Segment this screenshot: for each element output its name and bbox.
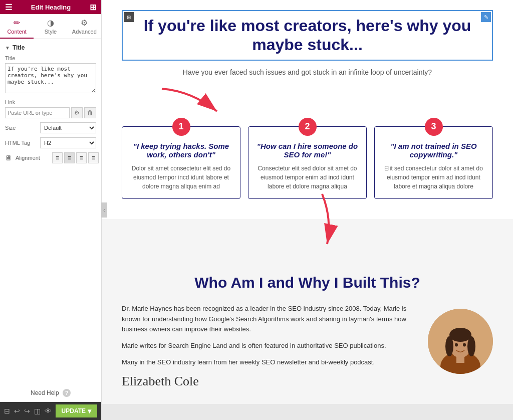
plus-icon: ▾: [88, 407, 91, 415]
link-input[interactable]: [5, 107, 70, 118]
grid-icon[interactable]: ⊞: [90, 3, 96, 12]
layers-icon[interactable]: ⊟: [4, 407, 10, 415]
heading-box: ⊞ ✎ If you're like most creators, here's…: [122, 10, 493, 61]
arrow-area-top: [122, 86, 493, 114]
bio-para-2: Marie writes for Search Engine Land and …: [122, 341, 418, 351]
card-text-1: Dolor sit amet consectetur elit sed do e…: [130, 164, 232, 191]
card-3: 3 "I am not trained in SEO copywriting."…: [374, 126, 493, 199]
bottom-icons: ⊟ ↩ ↪ ◫ 👁: [4, 407, 52, 415]
card-number-3: 3: [425, 118, 443, 136]
need-help[interactable]: Need Help ?: [0, 381, 101, 402]
card-number-2: 2: [299, 118, 317, 136]
undo-icon[interactable]: ↩: [14, 407, 20, 415]
panel-content: ▼ Title Title If you're like most creato…: [0, 39, 101, 381]
arrow-area-bottom: [122, 239, 493, 274]
card-1: 1 "I keep trying hacks. Some work, other…: [122, 126, 240, 199]
main-heading: If you're like most creators, here's why…: [133, 16, 482, 55]
style-icon: ◑: [47, 18, 54, 28]
right-content: ⊞ ✎ If you're like most creators, here's…: [102, 0, 513, 420]
align-right-btn[interactable]: ≡: [76, 152, 87, 163]
help-icon: ?: [63, 389, 71, 397]
bio-text: Dr. Marie Haynes has been recognized as …: [122, 304, 418, 389]
link-label: Link: [5, 99, 96, 105]
red-arrow-1: [152, 86, 232, 114]
svg-point-10: [463, 343, 466, 346]
update-button[interactable]: UPDATE ▾: [56, 404, 97, 417]
move-icon: ⊞: [124, 12, 134, 22]
bio-para-1: Dr. Marie Haynes has been recognized as …: [122, 304, 418, 335]
bottom-bar: ⊟ ↩ ↪ ◫ 👁 UPDATE ▾: [0, 402, 101, 420]
link-delete-btn[interactable]: 🗑: [84, 107, 96, 118]
card-number-1: 1: [172, 118, 190, 136]
tabs-row: ✏ Content ◑ Style ⚙ Advanced: [0, 14, 101, 39]
tab-style[interactable]: ◑ Style: [34, 14, 67, 39]
signature: Elizabeth Cole: [122, 374, 418, 389]
top-bar: ☰ Edit Heading ⊞: [0, 0, 101, 14]
card-text-2: Consectetur elit sed dolor sit amet do e…: [256, 164, 359, 191]
align-justify-btn[interactable]: ≡: [88, 152, 99, 163]
svg-point-9: [455, 343, 458, 346]
sub-text: Have you ever faced such issues and got …: [122, 68, 493, 76]
size-row: Size Default: [5, 122, 96, 133]
title-section-header[interactable]: ▼ Title: [5, 44, 96, 51]
content-bottom: Who Am I and Why I Built This? Dr. Marie…: [102, 219, 513, 404]
size-select[interactable]: Default: [40, 122, 96, 133]
bottom-heading: Who Am I and Why I Built This?: [122, 274, 493, 291]
link-row: ⚙ 🗑: [5, 107, 96, 118]
avatar-image: [428, 309, 493, 374]
edit-icon[interactable]: ✎: [481, 12, 491, 22]
bio-section: Dr. Marie Haynes has been recognized as …: [122, 304, 493, 389]
redo-icon[interactable]: ↪: [24, 407, 30, 415]
bio-para-3: Many in the SEO industry learn from her …: [122, 357, 418, 368]
alignment-row: 🖥 Alignment ≡ ≡ ≡ ≡: [5, 152, 96, 163]
title-textarea[interactable]: If you're like most creators, here's why…: [5, 63, 96, 93]
html-tag-label: HTML Tag: [5, 140, 40, 146]
svg-point-8: [467, 336, 475, 356]
align-left-btn[interactable]: ≡: [52, 152, 63, 163]
tab-content[interactable]: ✏ Content: [0, 14, 34, 39]
advanced-icon: ⚙: [81, 18, 88, 28]
card-2: 2 "How can I hire someone do SEO for me!…: [248, 126, 367, 199]
align-center-btn[interactable]: ≡: [64, 152, 75, 163]
card-text-3: Elit sed consectetur dolor sit amet do e…: [382, 164, 485, 191]
collapse-arrow: ▼: [5, 45, 10, 51]
card-heading-3: "I am not trained in SEO copywriting.": [382, 142, 485, 159]
avatar: [428, 309, 493, 374]
svg-point-6: [449, 328, 471, 342]
panel-title: Edit Heading: [12, 4, 90, 11]
responsive-icon[interactable]: ◫: [34, 407, 41, 415]
collapse-handle[interactable]: ‹: [101, 202, 107, 218]
html-tag-select[interactable]: H2: [40, 137, 96, 148]
monitor-icon: 🖥: [5, 154, 12, 162]
content-top: ⊞ ✎ If you're like most creators, here's…: [102, 0, 513, 219]
title-label: Title: [5, 55, 96, 61]
size-label: Size: [5, 125, 40, 131]
cards-row: 1 "I keep trying hacks. Some work, other…: [122, 126, 493, 199]
card-heading-1: "I keep trying hacks. Some work, others …: [130, 142, 232, 159]
alignment-label: Alignment: [16, 155, 51, 161]
link-settings-btn[interactable]: ⚙: [71, 107, 83, 118]
html-tag-row: HTML Tag H2: [5, 137, 96, 148]
card-heading-2: "How can I hire someone do SEO for me!": [256, 142, 359, 159]
hamburger-icon[interactable]: ☰: [5, 3, 12, 12]
content-icon: ✏: [14, 18, 20, 28]
preview-icon[interactable]: 👁: [45, 407, 52, 415]
svg-point-7: [445, 336, 453, 356]
red-arrow-2: [287, 189, 357, 249]
tab-advanced[interactable]: ⚙ Advanced: [68, 14, 101, 39]
left-panel: ☰ Edit Heading ⊞ ✏ Content ◑ Style ⚙ Adv…: [0, 0, 102, 420]
